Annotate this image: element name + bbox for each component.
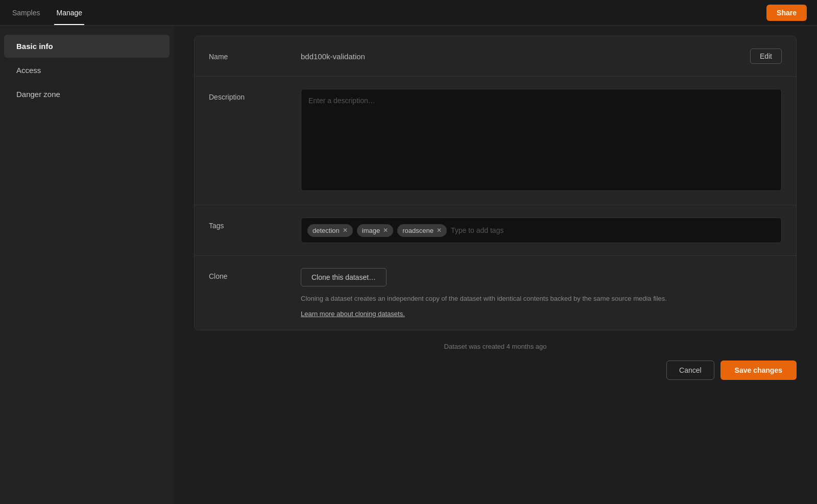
tag-remove-roadscene[interactable]: ✕: [437, 227, 442, 233]
tag-chip-roadscene: roadscene ✕: [397, 224, 447, 237]
clone-description: Cloning a dataset creates an independent…: [301, 294, 782, 304]
description-label: Description: [209, 89, 280, 101]
share-button[interactable]: Share: [766, 5, 807, 21]
tab-manage[interactable]: Manage: [54, 0, 84, 25]
name-value-row: bdd100k-validation Edit: [301, 49, 782, 64]
tag-chip-detection: detection ✕: [307, 224, 353, 237]
tag-input[interactable]: [451, 226, 775, 234]
nav-tabs: Samples Manage: [10, 0, 84, 25]
name-control: bdd100k-validation Edit: [301, 49, 782, 64]
tags-control: detection ✕ image ✕ roadscene ✕: [301, 218, 782, 243]
clone-link[interactable]: Learn more about cloning datasets.: [301, 310, 405, 318]
sidebar: Basic info Access Danger zone: [0, 26, 174, 504]
clone-label: Clone: [209, 268, 280, 280]
edit-button[interactable]: Edit: [750, 49, 782, 64]
tags-row: Tags detection ✕ image ✕ roadscene: [195, 205, 796, 256]
tag-remove-image[interactable]: ✕: [383, 227, 388, 233]
tag-chip-image: image ✕: [357, 224, 393, 237]
clone-control: Clone this dataset… Cloning a dataset cr…: [301, 268, 782, 318]
sidebar-item-basic-info[interactable]: Basic info: [4, 35, 170, 58]
tag-label-detection: detection: [313, 227, 340, 234]
name-label: Name: [209, 49, 280, 61]
clone-row: Clone Clone this dataset… Cloning a data…: [195, 256, 796, 330]
name-row: Name bdd100k-validation Edit: [195, 36, 796, 77]
name-value: bdd100k-validation: [301, 52, 365, 61]
tab-samples[interactable]: Samples: [10, 0, 42, 25]
footer-area: Dataset was created 4 months ago Cancel …: [194, 343, 797, 380]
form-panel: Name bdd100k-validation Edit Description…: [194, 36, 797, 330]
sidebar-item-danger-zone[interactable]: Danger zone: [4, 83, 170, 106]
content-area: Name bdd100k-validation Edit Description…: [174, 26, 817, 504]
description-row: Description: [195, 77, 796, 205]
description-textarea[interactable]: [301, 89, 782, 191]
top-nav: Samples Manage Share: [0, 0, 817, 26]
save-changes-button[interactable]: Save changes: [720, 361, 797, 380]
clone-button[interactable]: Clone this dataset…: [301, 268, 387, 286]
description-control: [301, 89, 782, 193]
tags-container[interactable]: detection ✕ image ✕ roadscene ✕: [301, 218, 782, 243]
tags-label: Tags: [209, 218, 280, 230]
cancel-button[interactable]: Cancel: [666, 361, 714, 380]
tag-label-roadscene: roadscene: [402, 227, 434, 234]
tag-label-image: image: [362, 227, 380, 234]
created-text: Dataset was created 4 months ago: [444, 343, 547, 350]
footer-actions: Cancel Save changes: [194, 361, 797, 380]
main-layout: Basic info Access Danger zone Name bdd10…: [0, 26, 817, 504]
sidebar-item-access[interactable]: Access: [4, 59, 170, 82]
tag-remove-detection[interactable]: ✕: [343, 227, 348, 233]
